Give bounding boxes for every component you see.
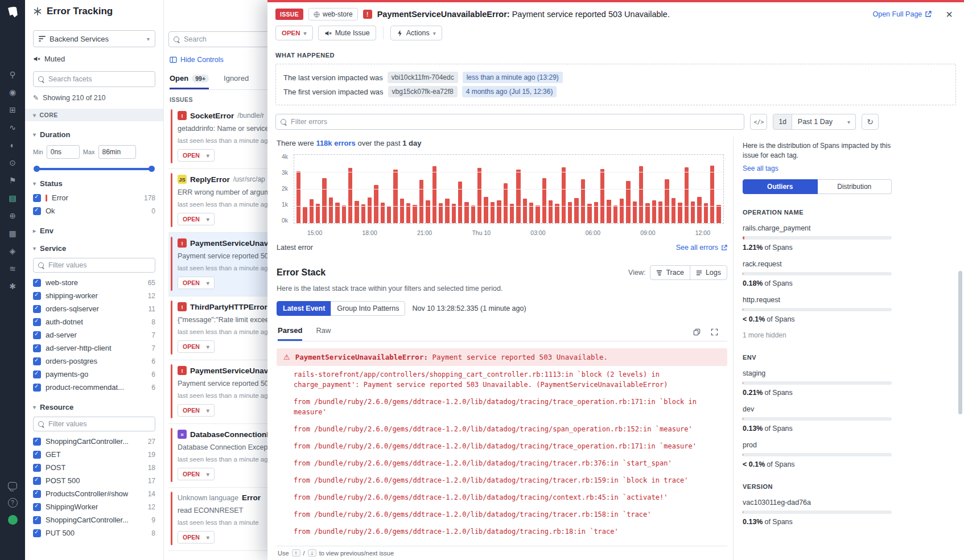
checkbox[interactable] [33,331,41,339]
refresh-icon[interactable]: ↻ [862,114,879,130]
issue-status-dropdown[interactable]: OPEN ▾ [178,277,215,289]
issue-status-dropdown[interactable]: OPEN ▾ [178,404,215,417]
integrations-icon[interactable]: ⊕ [7,211,18,221]
security-icon[interactable]: ◈ [7,246,18,256]
error-tracking-icon[interactable]: ▤ [7,193,18,203]
open-full-page-link[interactable]: Open Full Page [872,10,932,18]
stack-frame[interactable]: from /bundle/ruby/2.6.0/gems/ddtrace-1.2… [294,526,727,537]
facet-value-row[interactable]: GET 19 [33,448,155,461]
view-logs-button[interactable]: Logs [690,265,727,280]
version-tag[interactable]: vbg15ck07fk-ea72f8 [388,86,458,97]
mute-issue-button[interactable]: Mute Issue [318,26,376,40]
facet-value-row[interactable]: product-recommendat... 6 [33,381,155,394]
facet-search-input[interactable] [48,75,150,83]
error-count-link[interactable]: 118k errors [316,139,355,147]
service-filter[interactable] [33,258,155,273]
stack-frame[interactable]: from /bundle/ruby/2.6.0/gems/ddtrace-1.2… [294,458,727,468]
checkbox[interactable] [33,207,41,215]
facet-value-row[interactable]: ProductsController#show 14 [33,487,155,500]
outliers-tab[interactable]: Outliers [743,179,818,194]
facet-value-row[interactable]: ad-server-http-client 7 [33,341,155,355]
issue-status-dropdown[interactable]: OPEN ▾ [178,213,215,225]
checkbox[interactable] [33,194,41,202]
version-tag[interactable]: vbi10ck11fm-704edc [388,72,458,83]
checkbox[interactable] [33,464,41,472]
search-icon[interactable]: ⚲ [7,69,18,80]
stack-frame[interactable]: from /bundle/ruby/2.6.0/gems/ddtrace-1.2… [294,397,727,417]
stack-frame[interactable]: rails-storefront/app/controllers/shoppin… [294,369,727,390]
facet-value-row[interactable]: PUT 500 8 [33,526,155,540]
checkbox[interactable] [33,451,41,459]
facet-env-header[interactable]: ▸ Env [33,227,155,235]
issue-status-dropdown[interactable]: OPEN ▾ [178,149,215,162]
checkbox[interactable] [33,357,41,365]
muted-toggle[interactable]: Muted [33,55,155,63]
facet-service-header[interactable]: ▾ Service [33,244,155,253]
service-filter-input[interactable] [48,261,150,269]
slider-handle-min[interactable] [34,166,40,172]
latest-event-button[interactable]: Latest Event [277,301,331,316]
stack-frame[interactable]: from /bundle/ruby/2.6.0/gems/ddtrace-1.2… [294,475,727,485]
scrollbar-thumb[interactable] [958,271,962,414]
checkbox[interactable] [33,516,41,524]
facet-duration-header[interactable]: ▾ Duration [33,130,155,139]
facet-value-row[interactable]: shipping-worker 12 [33,289,155,302]
watchdog-icon[interactable]: ◉ [7,87,18,97]
close-icon[interactable]: × [946,9,953,20]
facet-value-row[interactable]: web-store 65 [33,276,155,289]
stack-frame[interactable]: from /bundle/ruby/2.6.0/gems/ddtrace-1.2… [294,424,727,434]
checkbox[interactable] [33,490,41,498]
profiling-icon[interactable]: ≋ [7,263,18,274]
apm-icon[interactable]: ◐ [7,140,18,150]
copy-icon[interactable] [693,328,701,336]
settings-icon[interactable]: ✱ [7,281,18,291]
metrics-icon[interactable]: ∿ [7,122,18,133]
facet-value-row[interactable]: auth-dotnet 8 [33,315,155,328]
resource-filter-input[interactable] [48,420,150,428]
issue-status-dropdown[interactable]: OPEN ▾ [178,468,215,480]
facet-value-row[interactable]: Error 178 [33,191,155,204]
dashboards-icon[interactable]: ⊞ [7,105,18,115]
stack-frame[interactable]: from /bundle/ruby/2.6.0/gems/ddtrace-1.2… [294,509,727,520]
duration-max-input[interactable] [98,145,136,159]
chat-icon[interactable] [7,480,18,491]
datadog-logo[interactable] [5,5,20,20]
checkbox[interactable] [33,438,41,446]
resource-filter[interactable] [33,417,155,431]
checkbox[interactable] [33,529,41,537]
time-range-shortcut[interactable]: 1d [773,114,792,130]
chart-plot-area[interactable] [294,154,724,224]
tab-parsed[interactable]: Parsed [278,323,302,341]
issue-status-select[interactable]: OPEN ▾ [275,26,313,40]
tab-open[interactable]: Open 99+ [170,71,209,89]
duration-slider[interactable] [35,168,154,170]
facet-value-row[interactable]: ad-server 7 [33,328,155,341]
distribution-tab[interactable]: Distribution [818,179,892,194]
tab-raw[interactable]: Raw [316,323,331,341]
checkbox[interactable] [33,370,41,378]
help-icon[interactable]: ? [8,498,18,508]
stack-frame[interactable]: from /bundle/ruby/2.6.0/gems/ddtrace-1.2… [294,441,727,451]
issue-status-dropdown[interactable]: OPEN ▾ [178,340,215,353]
see-all-tags-link[interactable]: See all tags [743,164,778,172]
duration-min-input[interactable] [47,145,80,159]
ci-icon[interactable]: ⊙ [7,158,18,168]
facet-status-header[interactable]: ▾ Status [33,179,155,188]
stack-frame[interactable]: from /bundle/ruby/2.6.0/gems/ddtrace-1.2… [294,492,727,503]
error-filter-input[interactable] [291,118,739,126]
checkbox[interactable] [33,503,41,511]
time-range-select[interactable]: Past 1 Day ▾ [792,114,856,130]
see-all-errors-link[interactable]: See all errors [676,244,727,252]
notebooks-icon[interactable]: ▦ [7,228,18,238]
facet-value-row[interactable]: ShoppingCartController... 27 [33,435,155,448]
group-into-patterns-button[interactable]: Group Into Patterns [331,301,405,316]
scope-select[interactable]: Backend Services ▾ [33,30,155,47]
checkbox[interactable] [33,292,41,300]
core-section-header[interactable]: ▾ CORE [25,109,163,121]
facet-value-row[interactable]: Ok 0 [33,204,155,217]
checkbox[interactable] [33,477,41,485]
actions-dropdown[interactable]: Actions ▾ [390,26,442,40]
facet-value-row[interactable]: POST 18 [33,461,155,474]
checkbox[interactable] [33,384,41,392]
facet-value-row[interactable]: POST 500 17 [33,474,155,487]
